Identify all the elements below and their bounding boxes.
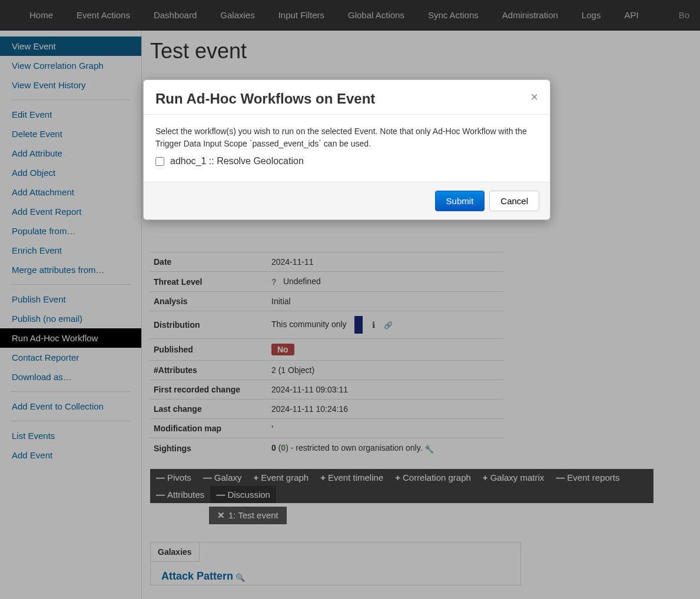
workflow-checkbox[interactable] (155, 157, 164, 166)
modal-footer: Submit Cancel (144, 182, 550, 219)
workflow-label: adhoc_1 :: Resolve Geolocation (170, 156, 304, 167)
modal-description: Select the workflow(s) you wish to run o… (155, 125, 538, 150)
adhoc-workflow-modal: Run Ad-Hoc Workflows on Event × Select t… (143, 79, 550, 220)
submit-button[interactable]: Submit (435, 191, 485, 211)
modal-title: Run Ad-Hoc Workflows on Event (155, 91, 375, 107)
cancel-button[interactable]: Cancel (489, 191, 539, 211)
modal-header: Run Ad-Hoc Workflows on Event × (144, 80, 550, 115)
close-icon[interactable]: × (530, 91, 538, 104)
modal-body: Select the workflow(s) you wish to run o… (144, 115, 550, 182)
workflow-row: adhoc_1 :: Resolve Geolocation (155, 156, 538, 167)
